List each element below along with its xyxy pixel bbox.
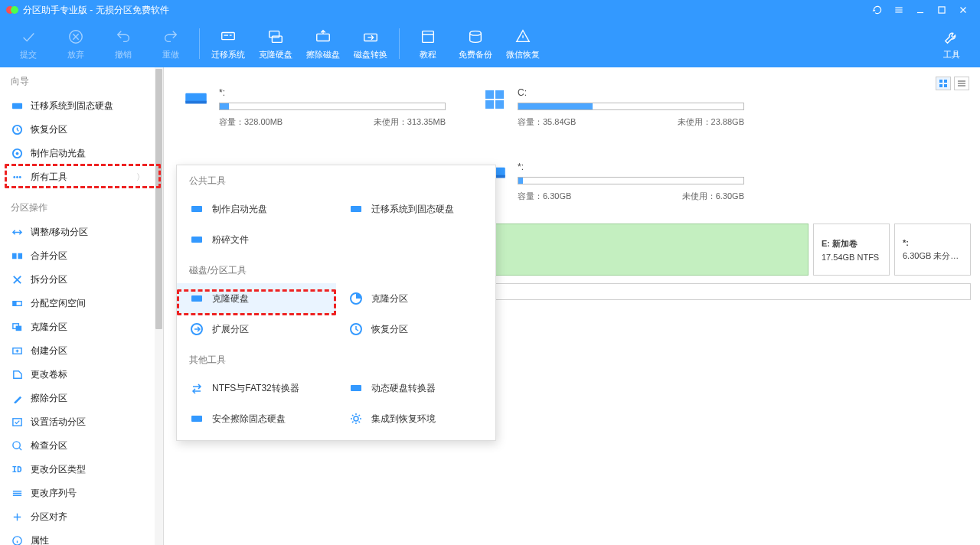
minimize-button[interactable] (910, 0, 931, 20)
svg-point-45 (354, 416, 358, 421)
clone-disk-icon (189, 291, 204, 306)
tools-button[interactable]: 工具 (928, 20, 975, 67)
svg-point-27 (12, 537, 21, 545)
sidebar-item-set-active[interactable]: 设置活动分区 (0, 410, 155, 434)
sidebar-scrollbar[interactable] (155, 67, 163, 545)
undo-button[interactable]: 撤销 (100, 20, 147, 67)
ssd-icon (11, 100, 23, 113)
partition-block-free[interactable] (487, 224, 808, 276)
sidebar-item-allocate-free[interactable]: 分配空闲空间 (0, 292, 155, 315)
svg-point-1 (11, 6, 18, 14)
disk-card[interactable]: *: 容量：6.30GB未使用：6.30GB (472, 151, 755, 210)
close-button[interactable] (952, 0, 974, 20)
clone-disk-button[interactable]: 克隆硬盘 (252, 20, 299, 67)
partition-map: E: 新加卷 17.54GB NTFS *: 6.30GB 未分配... (487, 224, 971, 276)
svg-point-26 (12, 442, 19, 449)
disc-icon (189, 201, 204, 217)
sidebar: 向导 迁移系统到固态硬盘 恢复分区 制作启动光盘 所有工具〉 分区操作 调整/移… (0, 67, 164, 545)
check-icon (11, 440, 23, 452)
gear-icon (348, 411, 364, 426)
convert-icon (189, 380, 204, 396)
submenu-item-clone-disk[interactable]: 克隆硬盘 (177, 283, 336, 314)
wechat-recovery-button[interactable]: 微信恢复 (499, 20, 547, 67)
submenu-item-ntfs-fat[interactable]: NTFS与FAT32转换器 (177, 373, 336, 403)
sidebar-item-migrate-ssd[interactable]: 迁移系统到固态硬盘 (0, 94, 155, 118)
svg-rect-39 (191, 295, 202, 302)
submenu-section-other: 其他工具 (177, 344, 495, 373)
sidebar-item-change-type[interactable]: ID更改分区类型 (0, 458, 155, 481)
usage-bar (219, 103, 446, 110)
sidebar-item-recover-partition[interactable]: 恢复分区 (0, 118, 155, 142)
sidebar-item-boot-disc[interactable]: 制作启动光盘 (0, 142, 155, 165)
sidebar-item-create[interactable]: 创建分区 (0, 339, 155, 363)
extend-icon (189, 321, 204, 337)
submenu-item-recover[interactable]: 恢复分区 (336, 314, 495, 344)
ssd-icon (348, 201, 364, 217)
commit-button[interactable]: 提交 (5, 20, 52, 67)
partition-block-unalloc[interactable]: *: 6.30GB 未分配... (894, 224, 971, 276)
view-grid-button[interactable] (936, 77, 951, 90)
sidebar-item-align[interactable]: 分区对齐 (0, 505, 155, 529)
create-icon (11, 345, 23, 357)
submenu-item-boot-disc[interactable]: 制作启动光盘 (177, 194, 336, 224)
sidebar-item-split[interactable]: 拆分分区 (0, 268, 155, 292)
sidebar-item-clone-partition[interactable]: 克隆分区 (0, 315, 155, 339)
refresh-button[interactable] (867, 0, 888, 20)
convert-disk-button[interactable]: 磁盘转换 (347, 20, 394, 67)
sidebar-ops-header: 分区操作 (0, 194, 155, 220)
svg-point-10 (470, 31, 482, 35)
svg-rect-33 (185, 101, 207, 104)
svg-rect-38 (191, 237, 202, 243)
sidebar-item-merge[interactable]: 合并分区 (0, 244, 155, 268)
all-tools-submenu: 公共工具 制作启动光盘 迁移系统到固态硬盘 粉碎文件 磁盘/分区工具 克隆硬盘 … (176, 165, 496, 441)
svg-rect-37 (351, 206, 361, 212)
disk-card[interactable]: C: 容量：35.84GB未使用：23.88GB (472, 77, 755, 135)
submenu-item-shred[interactable]: 粉碎文件 (177, 224, 336, 255)
sidebar-item-change-serial[interactable]: 更改序列号 (0, 481, 155, 505)
shred-icon (189, 232, 204, 247)
submenu-item-integrate-re[interactable]: 集成到恢复环境 (336, 403, 495, 434)
svg-rect-9 (423, 31, 434, 42)
svg-rect-44 (191, 416, 202, 422)
menu-button[interactable] (888, 0, 910, 20)
maximize-button[interactable] (931, 0, 952, 20)
clone-part-icon (348, 291, 364, 306)
disk-icon (184, 89, 208, 112)
submenu-item-secure-erase[interactable]: 安全擦除固态硬盘 (177, 403, 336, 434)
app-logo-icon (6, 4, 18, 16)
submenu-item-dynamic-convert[interactable]: 动态硬盘转换器 (336, 373, 495, 403)
migrate-os-button[interactable]: 迁移系统 (204, 20, 252, 67)
svg-rect-30 (939, 84, 942, 87)
disc-icon (11, 148, 23, 160)
svg-rect-19 (18, 253, 22, 259)
svg-rect-43 (351, 385, 361, 391)
submenu-item-clone-partition[interactable]: 克隆分区 (336, 283, 495, 314)
wipe-disk-button[interactable]: 擦除磁盘 (299, 20, 347, 67)
submenu-item-extend[interactable]: 扩展分区 (177, 314, 336, 344)
dots-icon (11, 171, 23, 184)
sidebar-item-all-tools[interactable]: 所有工具〉 (0, 165, 155, 189)
sidebar-item-resize-move[interactable]: 调整/移动分区 (0, 220, 155, 244)
submenu-item-migrate-ssd[interactable]: 迁移系统到固态硬盘 (336, 194, 495, 224)
svg-rect-11 (11, 103, 21, 109)
tutorial-button[interactable]: 教程 (404, 20, 452, 67)
clone-icon (11, 321, 23, 334)
resize-icon (11, 227, 23, 239)
discard-button[interactable]: 放弃 (52, 20, 100, 67)
disk-card[interactable]: *: 容量：328.00MB未使用：313.35MB (173, 77, 456, 135)
view-list-button[interactable] (954, 77, 969, 90)
serial-icon (11, 488, 23, 500)
split-icon (11, 274, 23, 286)
partition-strip[interactable] (487, 283, 971, 300)
svg-rect-23 (15, 326, 21, 331)
svg-rect-18 (11, 253, 16, 259)
sidebar-item-check[interactable]: 检查分区 (0, 434, 155, 458)
usage-bar (518, 103, 744, 110)
sidebar-item-label[interactable]: 更改卷标 (0, 363, 155, 387)
backup-button[interactable]: 免费备份 (452, 20, 499, 67)
sidebar-item-properties[interactable]: 属性 (0, 529, 155, 545)
svg-rect-36 (191, 206, 202, 212)
sidebar-item-wipe[interactable]: 擦除分区 (0, 387, 155, 410)
redo-button[interactable]: 重做 (147, 20, 194, 67)
partition-block-e[interactable]: E: 新加卷 17.54GB NTFS (813, 224, 890, 276)
